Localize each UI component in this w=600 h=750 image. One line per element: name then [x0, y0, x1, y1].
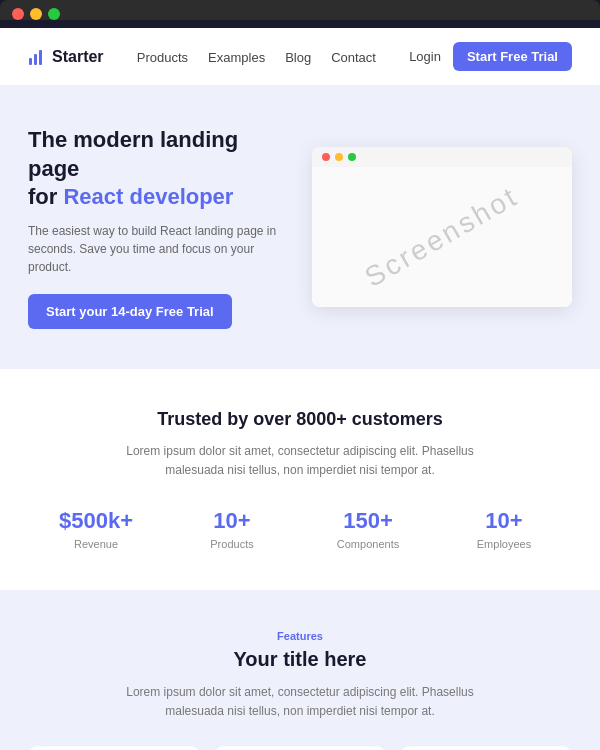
- nav-products[interactable]: Products: [137, 50, 188, 65]
- features-section: Features Your title here Lorem ipsum dol…: [0, 590, 600, 750]
- mock-body: Screenshot: [312, 167, 572, 307]
- stats-grid: $500k+ Revenue 10+ Products 150+ Compone…: [28, 508, 572, 550]
- hero-cta-button[interactable]: Start your 14-day Free Trial: [28, 294, 232, 329]
- stat-components-label: Components: [312, 538, 424, 550]
- svg-rect-0: [29, 58, 32, 65]
- features-title: Your title here: [28, 648, 572, 671]
- nav-contact[interactable]: Contact: [331, 50, 376, 65]
- logo-text: Starter: [52, 48, 104, 66]
- screenshot-label: Screenshot: [360, 181, 525, 295]
- page: Starter Products Examples Blog Contact L…: [0, 28, 600, 750]
- hero-title: The modern landing page for React develo…: [28, 126, 288, 212]
- browser-dots: [12, 8, 588, 20]
- stat-revenue-label: Revenue: [40, 538, 152, 550]
- hero-content: The modern landing page for React develo…: [28, 126, 288, 329]
- logo-icon: [28, 48, 46, 66]
- hero-title-highlight: React developer: [63, 184, 233, 209]
- features-tag: Features: [28, 630, 572, 642]
- trusted-title: Trusted by over 8000+ customers: [28, 409, 572, 430]
- stat-products-label: Products: [176, 538, 288, 550]
- stat-revenue: $500k+ Revenue: [28, 508, 164, 550]
- feature-card-1: ✕ Your title Lorem ipsum dolor sit amet,…: [214, 746, 386, 750]
- hero-title-line1: The modern landing page: [28, 127, 238, 181]
- hero-title-line2: for: [28, 184, 63, 209]
- hero-description: The easiest way to build React landing p…: [28, 222, 288, 276]
- dot-red: [12, 8, 24, 20]
- hero-section: The modern landing page for React develo…: [0, 86, 600, 369]
- login-button[interactable]: Login: [409, 49, 441, 64]
- navbar: Starter Products Examples Blog Contact L…: [0, 28, 600, 86]
- hero-image: Screenshot: [312, 147, 572, 307]
- stat-products: 10+ Products: [164, 508, 300, 550]
- features-cards: ⚡ Your title Lorem ipsum dolor sit amet,…: [28, 746, 572, 750]
- nav-logo: Starter: [28, 48, 104, 66]
- dot-yellow: [30, 8, 42, 20]
- nav-links: Products Examples Blog Contact: [137, 48, 376, 66]
- mock-dot-red: [322, 153, 330, 161]
- trusted-description: Lorem ipsum dolor sit amet, consectetur …: [110, 442, 490, 480]
- features-description: Lorem ipsum dolor sit amet, consectetur …: [110, 683, 490, 721]
- feature-card-0: ⚡ Your title Lorem ipsum dolor sit amet,…: [28, 746, 200, 750]
- stat-components-value: 150+: [312, 508, 424, 534]
- stat-employees-value: 10+: [448, 508, 560, 534]
- svg-rect-2: [39, 50, 42, 65]
- browser-chrome: [0, 0, 600, 20]
- stat-products-value: 10+: [176, 508, 288, 534]
- stat-revenue-value: $500k+: [40, 508, 152, 534]
- svg-rect-1: [34, 54, 37, 65]
- nav-actions: Login Start Free Trial: [409, 42, 572, 71]
- screenshot-mock: Screenshot: [312, 147, 572, 307]
- trusted-section: Trusted by over 8000+ customers Lorem ip…: [0, 369, 600, 590]
- free-trial-button[interactable]: Start Free Trial: [453, 42, 572, 71]
- feature-card-2: ↗ Your title Lorem ipsum dolor sit amet,…: [400, 746, 572, 750]
- dot-green: [48, 8, 60, 20]
- stat-employees: 10+ Employees: [436, 508, 572, 550]
- nav-blog[interactable]: Blog: [285, 50, 311, 65]
- mock-dot-green: [348, 153, 356, 161]
- stat-components: 150+ Components: [300, 508, 436, 550]
- stat-employees-label: Employees: [448, 538, 560, 550]
- mock-dot-yellow: [335, 153, 343, 161]
- mock-topbar: [312, 147, 572, 167]
- nav-examples[interactable]: Examples: [208, 50, 265, 65]
